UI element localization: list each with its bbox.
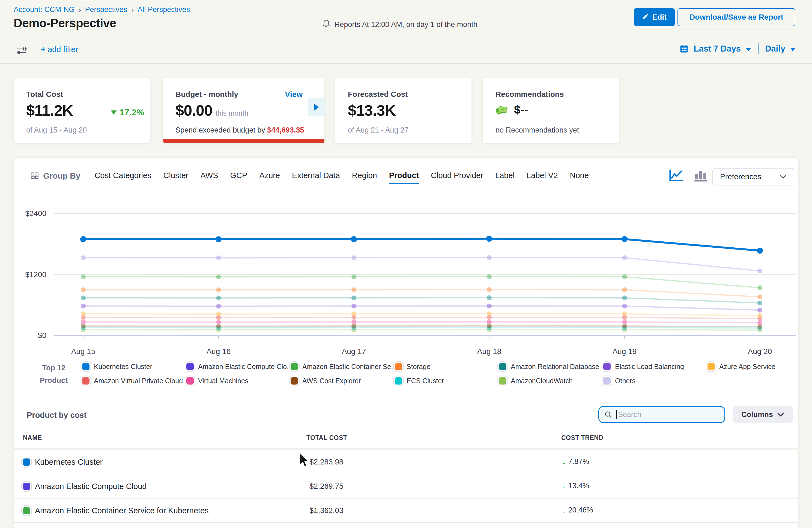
series-line[interactable] bbox=[83, 327, 760, 328]
legend-item[interactable]: Amazon Elastic Compute Clo... bbox=[186, 363, 291, 371]
data-point[interactable] bbox=[757, 248, 763, 254]
data-point[interactable] bbox=[757, 269, 762, 274]
breadcrumb-item[interactable]: Perspectives bbox=[85, 5, 127, 14]
data-point[interactable] bbox=[487, 255, 492, 260]
tab-cluster[interactable]: Cluster bbox=[163, 167, 189, 185]
data-point[interactable] bbox=[622, 287, 627, 292]
legend-item[interactable]: Others bbox=[603, 377, 708, 385]
search-input[interactable] bbox=[618, 410, 720, 419]
series-line[interactable] bbox=[83, 239, 760, 251]
data-point[interactable] bbox=[622, 295, 627, 300]
data-point[interactable] bbox=[351, 287, 356, 292]
data-point[interactable] bbox=[351, 255, 356, 260]
data-point[interactable] bbox=[487, 295, 492, 300]
data-point[interactable] bbox=[351, 311, 356, 317]
legend-item[interactable]: Amazon Elastic Container Se... bbox=[291, 363, 395, 371]
data-point[interactable] bbox=[81, 274, 86, 279]
tab-azure[interactable]: Azure bbox=[259, 167, 280, 185]
data-point[interactable] bbox=[216, 296, 221, 300]
data-point[interactable] bbox=[216, 311, 221, 317]
data-point[interactable] bbox=[351, 295, 356, 300]
tab-region[interactable]: Region bbox=[352, 167, 377, 185]
add-filter-link[interactable]: + add filter bbox=[41, 45, 78, 54]
tab-cloud-provider[interactable]: Cloud Provider bbox=[431, 167, 483, 185]
data-point[interactable] bbox=[757, 285, 762, 290]
edit-button[interactable]: Edit bbox=[634, 8, 675, 26]
data-point[interactable] bbox=[216, 274, 221, 279]
legend-item[interactable]: Amazon Virtual Private Cloud bbox=[82, 377, 186, 385]
tab-cost-categories[interactable]: Cost Categories bbox=[95, 167, 151, 185]
data-point[interactable] bbox=[487, 304, 492, 308]
bar-chart-icon[interactable] bbox=[694, 168, 708, 183]
data-point[interactable] bbox=[622, 304, 627, 308]
series-line[interactable] bbox=[83, 290, 760, 297]
legend-item[interactable]: Amazon Relational Database ... bbox=[499, 363, 603, 371]
series-line[interactable] bbox=[83, 318, 760, 319]
series-line[interactable] bbox=[83, 326, 760, 326]
preferences-dropdown[interactable]: Preferences bbox=[712, 168, 794, 186]
table-row[interactable]: Kubernetes Cluster$2,283.98↓7.87% bbox=[14, 450, 798, 474]
data-point[interactable] bbox=[757, 300, 762, 306]
columns-dropdown[interactable]: Columns bbox=[733, 406, 793, 423]
data-point[interactable] bbox=[81, 311, 86, 317]
data-point[interactable] bbox=[487, 274, 492, 279]
data-point[interactable] bbox=[622, 255, 627, 260]
breadcrumb-item[interactable]: All Perspectives bbox=[137, 5, 190, 14]
series-line[interactable] bbox=[83, 322, 760, 323]
data-point[interactable] bbox=[757, 308, 762, 312]
granularity-selector[interactable]: Daily bbox=[765, 44, 785, 54]
data-point[interactable] bbox=[622, 311, 627, 317]
data-point[interactable] bbox=[487, 287, 492, 292]
series-line[interactable] bbox=[83, 314, 760, 316]
data-point[interactable] bbox=[351, 236, 357, 242]
legend-item[interactable]: ECS Cluster bbox=[395, 377, 499, 385]
line-chart-icon[interactable] bbox=[668, 168, 684, 183]
chevron-down-icon[interactable] bbox=[790, 48, 796, 51]
data-point[interactable] bbox=[80, 236, 86, 242]
date-range-selector[interactable]: Last 7 Days bbox=[694, 44, 741, 54]
filter-settings-icon[interactable] bbox=[16, 44, 28, 58]
data-point[interactable] bbox=[81, 320, 86, 325]
data-point[interactable] bbox=[351, 320, 356, 325]
tab-label-v2[interactable]: Label V2 bbox=[526, 167, 558, 185]
legend-item[interactable]: Kubernetes Cluster bbox=[82, 363, 186, 371]
data-point[interactable] bbox=[81, 304, 86, 308]
data-point[interactable] bbox=[622, 320, 627, 325]
series-line[interactable] bbox=[83, 306, 760, 310]
download-save-report-button[interactable]: Download/Save as Report bbox=[678, 8, 795, 26]
tab-gcp[interactable]: GCP bbox=[230, 167, 247, 185]
table-row[interactable]: Amazon Elastic Compute Cloud$2,269.75↓13… bbox=[14, 474, 798, 499]
legend-item[interactable]: Azure App Service bbox=[708, 363, 812, 371]
data-point[interactable] bbox=[487, 319, 492, 324]
data-point[interactable] bbox=[622, 236, 627, 242]
data-point[interactable] bbox=[216, 255, 221, 260]
budget-carousel-next[interactable] bbox=[308, 98, 325, 116]
data-point[interactable] bbox=[757, 313, 762, 318]
data-point[interactable] bbox=[216, 236, 221, 242]
column-header-cost-trend[interactable]: COST TREND bbox=[561, 434, 604, 442]
table-row[interactable]: Amazon Elastic Container Service for Kub… bbox=[14, 499, 798, 523]
data-point[interactable] bbox=[622, 274, 627, 279]
data-point[interactable] bbox=[351, 274, 356, 279]
legend-item[interactable]: Virtual Machines bbox=[186, 377, 291, 385]
legend-item[interactable]: AmazonCloudWatch bbox=[499, 377, 603, 385]
series-line[interactable] bbox=[83, 277, 760, 288]
data-point[interactable] bbox=[487, 311, 492, 317]
data-point[interactable] bbox=[486, 236, 492, 241]
series-line[interactable] bbox=[83, 298, 760, 303]
cost-time-series-chart[interactable]: $2400$1200$0Aug 15Aug 16Aug 17Aug 18Aug … bbox=[14, 202, 799, 371]
legend-item[interactable]: Elastic Load Balancing bbox=[603, 363, 708, 371]
data-point[interactable] bbox=[216, 320, 221, 325]
tab-product[interactable]: Product bbox=[389, 167, 419, 185]
column-header-name[interactable]: NAME bbox=[23, 434, 42, 442]
data-point[interactable] bbox=[216, 288, 221, 292]
tab-aws[interactable]: AWS bbox=[200, 167, 218, 185]
data-point[interactable] bbox=[351, 304, 356, 308]
chevron-down-icon[interactable] bbox=[746, 48, 751, 51]
tab-none[interactable]: None bbox=[570, 167, 589, 185]
tab-external-data[interactable]: External Data bbox=[292, 167, 340, 185]
budget-view-link[interactable]: View bbox=[285, 90, 303, 99]
tab-label[interactable]: Label bbox=[495, 167, 514, 185]
breadcrumb-item[interactable]: Account: CCM-NG bbox=[14, 5, 75, 14]
data-point[interactable] bbox=[757, 295, 762, 299]
